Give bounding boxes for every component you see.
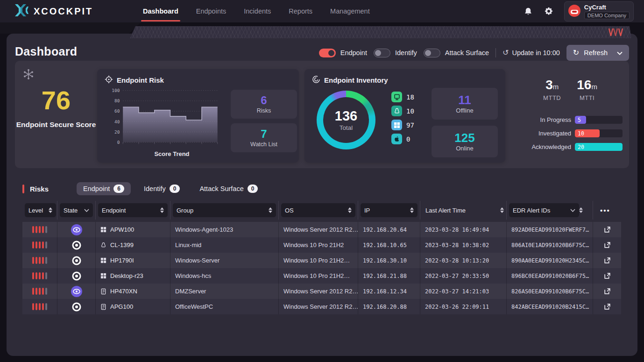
table-row[interactable]: APW100Windows-Agent-1023Windows Server 2… — [22, 222, 621, 237]
table-row[interactable]: APG100OfficeWestPCWindows Server 2012 R2… — [22, 299, 621, 314]
state-filter-box[interactable]: State — [60, 203, 93, 217]
more-columns-button[interactable]: ••• — [595, 206, 610, 214]
sort-icon[interactable] — [348, 207, 352, 213]
toggle-endpoint[interactable] — [319, 49, 336, 57]
refresh-button[interactable]: ↻ Refresh — [566, 45, 629, 61]
toggle-attack-surface[interactable] — [424, 49, 440, 57]
cell-os: Windows 10 Pro 21H2… — [279, 253, 358, 268]
nav-item-reports[interactable]: Reports — [289, 0, 312, 22]
tab-label: Endpoint — [83, 185, 110, 192]
col-header-ip: IP — [358, 201, 420, 220]
edr-filter-box[interactable]: EDR Alert IDs — [509, 203, 579, 217]
level-header-box[interactable]: Level — [25, 203, 56, 217]
cell-state[interactable] — [57, 299, 96, 314]
stat-label: Offline — [456, 107, 473, 114]
tab-identify[interactable]: Identify0 — [137, 182, 186, 195]
cell-actions — [593, 268, 621, 284]
nav-item-endpoints[interactable]: Endpoints — [196, 0, 226, 22]
bar-label: Acknowledged — [511, 143, 571, 150]
group-header-box[interactable]: Group — [173, 203, 276, 217]
brand-logo[interactable]: XCOCKPIT — [13, 4, 130, 19]
inventory-stat-online[interactable]: 125Online — [432, 126, 498, 157]
cell-endpoint: APG100 — [96, 299, 170, 314]
tab-attack-surface[interactable]: Attack Surface0 — [193, 182, 264, 195]
cell-last-alert: 2022-03-28 10:13:20 — [420, 253, 507, 268]
user-name: CyCraft — [584, 4, 630, 11]
open-alert-link[interactable] — [598, 303, 616, 311]
last-alert-header[interactable]: Last Alert Time — [423, 207, 504, 214]
chevron-down-icon — [84, 209, 89, 212]
cell-ip: 192.168.20.88 — [358, 299, 420, 314]
sort-icon[interactable] — [269, 207, 272, 213]
svg-text:20: 20 — [114, 129, 120, 135]
cell-endpoint: HP470XN — [96, 284, 170, 299]
svg-text:100: 100 — [112, 88, 120, 93]
cell-state[interactable] — [57, 253, 96, 268]
table-row[interactable]: HP1790IWindows-ServerWindows 10 Pro 21H2… — [22, 253, 621, 268]
cell-ip: 192.168.20.64 — [358, 222, 420, 237]
main-nav: DashboardEndpointsIncidentsReportsManage… — [143, 0, 370, 22]
toggle-group-identify: Identify — [374, 49, 417, 57]
nav-item-management[interactable]: Management — [330, 0, 370, 22]
windows-endpoint-icon — [100, 257, 106, 263]
cell-state[interactable] — [57, 284, 96, 299]
open-alert-link[interactable] — [598, 226, 616, 234]
sort-icon[interactable] — [500, 207, 504, 213]
level-indicator — [32, 303, 47, 310]
cell-last-alert: 2022-03-26 22:09:11 — [420, 299, 507, 314]
sort-icon[interactable] — [49, 207, 52, 213]
kpi-mttd: 3mMTTD — [543, 78, 561, 101]
cell-state[interactable] — [57, 222, 96, 237]
cell-endpoint: HP1790I — [96, 253, 170, 268]
cell-os: Windows 10 Pro 21H2 — [279, 237, 358, 253]
risk-stat-risks[interactable]: 6Risks — [231, 90, 297, 119]
risk-stat-watch-list[interactable]: 7Watch List — [231, 123, 297, 152]
sort-icon[interactable] — [410, 207, 414, 213]
os-name: Windows Server 2012 R2… — [283, 303, 358, 310]
os-header-box[interactable]: OS — [281, 203, 355, 217]
kpi-label: MTTD — [543, 94, 561, 101]
cell-group: Linux-mid — [170, 237, 279, 253]
external-link-icon — [603, 272, 611, 280]
svg-text:0: 0 — [117, 140, 120, 145]
col-header-endpoint: Endpoint — [96, 201, 170, 220]
os-name: Windows 10 Pro 21H2… — [283, 257, 350, 264]
ip-header-box[interactable]: IP — [361, 203, 418, 217]
cell-actions — [593, 299, 621, 314]
open-alert-link[interactable] — [598, 256, 616, 264]
nav-item-incidents[interactable]: Incidents — [244, 0, 271, 22]
stat-value: 6 — [261, 94, 267, 106]
kpi-value: 3m — [543, 78, 561, 92]
nav-item-dashboard[interactable]: Dashboard — [143, 0, 178, 22]
user-menu[interactable]: CyCraft DEMO Company — [564, 1, 634, 21]
last-alert-time: 2022-03-26 22:09:11 — [425, 304, 489, 310]
ip-address: 192.168.10.65 — [363, 242, 407, 248]
cell-state[interactable] — [57, 268, 96, 284]
server-endpoint-icon — [100, 304, 106, 310]
tab-endpoint[interactable]: Endpoint6 — [77, 182, 131, 195]
bar-track: 5 — [575, 116, 623, 124]
inventory-stat-offline[interactable]: 11Offline — [432, 88, 498, 120]
settings-gear-icon[interactable] — [544, 6, 554, 16]
endpoint-header-box[interactable]: Endpoint — [98, 203, 168, 217]
open-alert-link[interactable] — [598, 287, 616, 295]
table-row[interactable]: HP470XNDMZServerWindows Server 2012 R2…1… — [22, 284, 621, 299]
open-alert-link[interactable] — [598, 241, 616, 249]
external-link-icon — [603, 241, 611, 249]
toggle-identify[interactable] — [374, 49, 390, 57]
open-alert-link[interactable] — [598, 272, 616, 280]
table-row[interactable]: Desktop-r23Windows-hcsWindows 10 Pro 21H… — [22, 268, 621, 284]
table-row[interactable]: CL-1399Linux-midWindows 10 Pro 21H2192.1… — [22, 237, 621, 253]
bar-value: 10 — [575, 129, 600, 137]
sort-icon[interactable] — [160, 207, 164, 213]
kpi-mtti: 16mMTTI — [577, 78, 597, 101]
cell-os: Windows Server 2012 R2… — [279, 284, 358, 299]
refresh-chevron-down-icon[interactable] — [617, 49, 623, 57]
cell-state[interactable] — [57, 237, 96, 253]
secure-score-block: 76 Endpoint Secure Score — [15, 61, 97, 168]
sort-icon[interactable] — [579, 207, 583, 213]
notifications-bell-icon[interactable] — [523, 6, 533, 16]
cell-endpoint: Desktop-r23 — [96, 268, 170, 284]
target-state-icon — [71, 271, 82, 281]
server-endpoint-icon — [100, 288, 106, 295]
